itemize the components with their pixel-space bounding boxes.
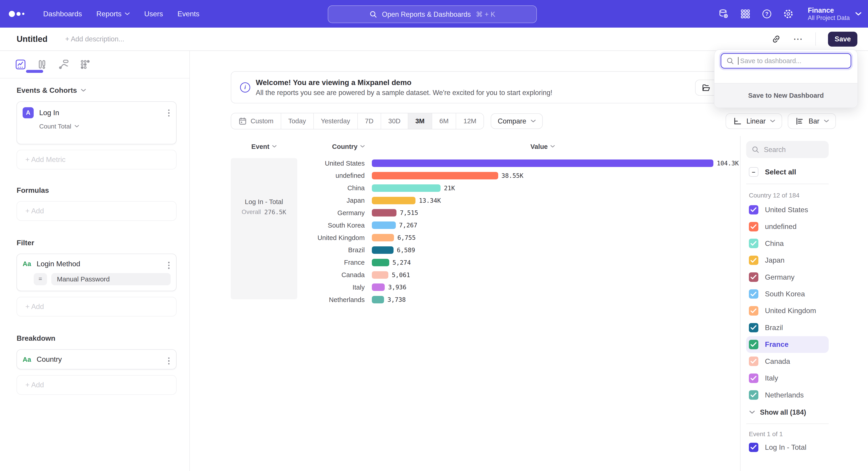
column-header-value[interactable]: Value xyxy=(372,143,713,150)
event-section-label: Event 1 of 1 xyxy=(746,431,829,438)
settings-gear-icon[interactable] xyxy=(783,8,794,20)
select-all-checkbox-indeterminate[interactable]: – xyxy=(749,167,758,177)
metric-kebab-icon[interactable] xyxy=(167,108,170,118)
bar-value-label: 3,936 xyxy=(388,284,406,291)
date-range-30d[interactable]: 30D xyxy=(381,113,408,129)
date-range-yesterday[interactable]: Yesterday xyxy=(313,113,358,129)
metric-aggregation[interactable]: Count Total xyxy=(39,123,170,130)
checkbox-checked[interactable] xyxy=(749,356,758,366)
filter-item-japan[interactable]: Japan xyxy=(746,252,829,268)
scale-selector[interactable]: Linear xyxy=(725,113,782,129)
filter-operator[interactable]: = xyxy=(34,273,47,285)
checkbox-checked[interactable] xyxy=(749,272,758,282)
checkbox-checked[interactable] xyxy=(749,256,758,265)
date-range-7d[interactable]: 7D xyxy=(358,113,381,129)
filter-item-germany[interactable]: Germany xyxy=(746,269,829,286)
chart-row: undefined38.55K xyxy=(297,170,740,182)
bar-segment[interactable] xyxy=(372,184,440,192)
add-formula-button[interactable]: + Add xyxy=(17,201,177,221)
checkbox-checked[interactable] xyxy=(749,323,758,332)
column-header-country[interactable]: Country xyxy=(297,143,365,150)
chevron-down-icon xyxy=(550,145,555,148)
save-to-new-dashboard-button[interactable]: Save to New Dashboard xyxy=(715,83,857,107)
event-series-card[interactable]: Log In - Total Overall 276.5K xyxy=(231,158,297,299)
filter-item-france[interactable]: France xyxy=(746,336,829,353)
add-metric-button[interactable]: + Add Metric xyxy=(17,150,177,170)
date-range-today[interactable]: Today xyxy=(281,113,313,129)
global-search[interactable]: Open Reports & Dashboards ⌘ + K xyxy=(328,5,537,23)
checkbox-checked[interactable] xyxy=(749,340,758,349)
apps-grid-icon[interactable] xyxy=(740,8,751,20)
bar-segment[interactable] xyxy=(372,159,713,167)
checkbox-checked[interactable] xyxy=(749,205,758,215)
checkbox-checked[interactable] xyxy=(749,306,758,316)
date-range-3m[interactable]: 3M xyxy=(408,113,432,129)
add-filter-button[interactable]: + Add xyxy=(17,297,177,317)
date-range-6m[interactable]: 6M xyxy=(432,113,456,129)
save-button[interactable]: Save xyxy=(828,32,857,47)
data-management-icon[interactable] xyxy=(718,8,729,20)
filter-item-undefined[interactable]: undefined xyxy=(746,218,829,235)
filter-kebab-icon[interactable] xyxy=(167,261,170,270)
project-switcher[interactable]: Finance All Project Data xyxy=(808,6,862,22)
filter-item-united-kingdom[interactable]: United Kingdom xyxy=(746,302,829,319)
checkbox-checked[interactable] xyxy=(749,443,758,452)
report-description-placeholder[interactable]: + Add description... xyxy=(65,35,124,43)
share-link-icon[interactable] xyxy=(772,34,781,44)
breakdown-card[interactable]: Aa Country xyxy=(17,349,177,370)
chart-type-selector[interactable]: Bar xyxy=(788,113,836,129)
legend-search-input[interactable]: Search xyxy=(746,141,829,158)
compare-button[interactable]: Compare xyxy=(491,113,543,129)
select-all-row[interactable]: – Select all xyxy=(746,167,829,177)
bar-value-label: 21K xyxy=(444,185,455,192)
bar-segment[interactable] xyxy=(372,259,389,266)
show-all-button[interactable]: Show all (184) xyxy=(746,405,829,420)
formulas-header: Formulas xyxy=(17,186,177,195)
bar-segment[interactable] xyxy=(372,271,388,279)
filter-item-log-in---total[interactable]: Log In - Total xyxy=(746,439,829,455)
tab-funnels-icon[interactable] xyxy=(35,58,49,71)
checkbox-checked[interactable] xyxy=(749,222,758,231)
bar-segment[interactable] xyxy=(372,246,394,254)
filter-item-canada[interactable]: Canada xyxy=(746,353,829,370)
filter-item-south-korea[interactable]: South Korea xyxy=(746,286,829,302)
nav-dashboards[interactable]: Dashboards xyxy=(43,10,82,18)
more-options-icon[interactable]: ⋯ xyxy=(793,36,803,41)
bar-segment[interactable] xyxy=(372,197,415,204)
breakdown-kebab-icon[interactable] xyxy=(167,356,170,365)
events-cohorts-header[interactable]: Events & Cohorts xyxy=(17,86,177,94)
filter-item-brazil[interactable]: Brazil xyxy=(746,319,829,336)
bar-segment[interactable] xyxy=(372,296,384,303)
save-dashboard-search-input[interactable]: Save to dashboard... xyxy=(721,53,851,69)
add-breakdown-button[interactable]: + Add xyxy=(17,375,177,395)
filter-item-united-states[interactable]: United States xyxy=(746,201,829,218)
report-title[interactable]: Untitled xyxy=(17,34,48,44)
nav-reports[interactable]: Reports xyxy=(96,10,130,18)
tab-retention-icon[interactable] xyxy=(79,58,92,71)
tab-insights-icon[interactable] xyxy=(14,58,27,71)
nav-events[interactable]: Events xyxy=(178,10,199,18)
bar-segment[interactable] xyxy=(372,172,498,179)
filter-item-china[interactable]: China xyxy=(746,235,829,252)
bar-segment[interactable] xyxy=(372,209,397,216)
filter-value[interactable]: Manual Password xyxy=(51,273,170,285)
tab-flows-icon[interactable] xyxy=(57,58,70,71)
nav-users[interactable]: Users xyxy=(144,10,163,18)
bar-segment[interactable] xyxy=(372,234,394,241)
filter-item-italy[interactable]: Italy xyxy=(746,370,829,386)
checkbox-checked[interactable] xyxy=(749,289,758,299)
checkbox-checked[interactable] xyxy=(749,239,758,248)
help-icon[interactable]: ? xyxy=(761,8,772,20)
date-range-custom[interactable]: Custom xyxy=(231,113,281,129)
checkbox-checked[interactable] xyxy=(749,374,758,383)
bar-segment[interactable] xyxy=(372,222,396,229)
divider xyxy=(746,184,829,184)
filter-card[interactable]: Aa Login Method = Manual Password xyxy=(17,254,177,291)
column-header-event[interactable]: Event xyxy=(231,143,297,150)
checkbox-checked[interactable] xyxy=(749,390,758,400)
date-range-12m[interactable]: 12M xyxy=(456,113,484,129)
filter-item-netherlands[interactable]: Netherlands xyxy=(746,387,829,403)
mixpanel-logo[interactable] xyxy=(9,11,24,17)
bar-segment[interactable] xyxy=(372,284,385,291)
metric-card[interactable]: A Log In Count Total xyxy=(17,101,177,144)
